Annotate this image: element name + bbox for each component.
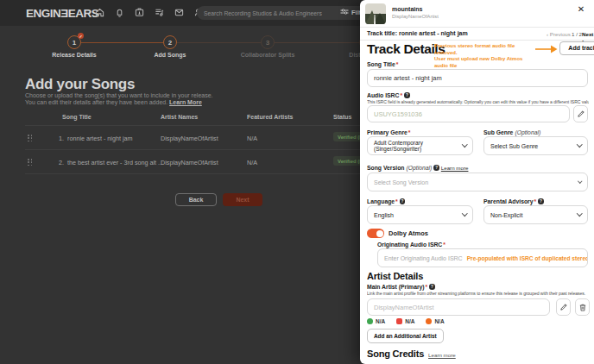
platform-status: N/A	[396, 318, 414, 324]
row-index: 2.	[59, 159, 64, 166]
page-title: Add your Songs	[25, 76, 135, 93]
step-1-number: 1	[73, 39, 76, 47]
dolby-atmos-toggle[interactable]	[367, 229, 384, 238]
back-button[interactable]: Back	[175, 193, 217, 206]
warning-text: Previous stereo format audio file remove…	[434, 43, 538, 69]
help-icon[interactable]: ?	[429, 284, 435, 290]
song-version-learn-more-link[interactable]: Learn more	[441, 165, 469, 171]
spotify-icon	[367, 318, 373, 324]
sub-genre-label: Sub Genre (Optional)	[483, 129, 540, 135]
delete-artist-button[interactable]	[575, 298, 590, 316]
main-artist-label: Main Artist (Primary) ?	[367, 284, 435, 290]
table-divider	[25, 173, 360, 174]
warning-arrow-icon	[535, 45, 558, 53]
page-description-line2: You can edit their details after they ha…	[25, 99, 202, 105]
warning-line2: User must upload new Dolby Atmos audio f…	[434, 56, 538, 69]
track-artwork-title: mountains	[392, 6, 422, 12]
sub-genre-select[interactable]: Select Sub Genre	[483, 136, 588, 155]
step-1-complete-check-icon: ✓	[78, 33, 84, 39]
parental-advisory-select[interactable]: Non-Explicit	[483, 205, 588, 224]
next-button[interactable]: Next	[223, 193, 262, 206]
help-icon[interactable]: ?	[404, 92, 410, 98]
edit-isrc-button[interactable]	[573, 105, 588, 122]
originating-isrc-input[interactable]: Enter Originating Audio ISRC Pre-populat…	[377, 248, 588, 267]
step-3-number: 3	[266, 39, 269, 47]
track-details-modal: mountains DisplayNameOfArtist ✕ Track ti…	[360, 0, 594, 364]
filter-sliders-icon	[340, 8, 349, 17]
language-select[interactable]: English	[367, 205, 473, 224]
modal-divider	[360, 40, 594, 41]
help-icon[interactable]: ?	[538, 198, 544, 204]
dolby-atmos-label: Dolby Atmos	[389, 229, 428, 237]
stepper-connector-2	[177, 42, 261, 43]
table-divider	[25, 125, 360, 126]
audio-isrc-input[interactable]	[367, 105, 570, 122]
col-song-title: Song Title	[62, 114, 92, 120]
table-divider	[25, 149, 360, 150]
add-track-button[interactable]: Add track	[559, 41, 594, 55]
help-icon[interactable]: ?	[433, 165, 439, 171]
language-label: Language ?	[367, 198, 405, 204]
song-title-input[interactable]	[367, 69, 588, 87]
trash-icon	[579, 304, 586, 311]
audio-isrc-help: This ISRC field is already generated aut…	[367, 99, 589, 104]
audio-isrc-label: Audio ISRC ?	[367, 92, 410, 98]
row-featured: N/A	[247, 159, 257, 166]
track-title-text: Track title: ronnie artest - night jam	[367, 30, 468, 36]
chevron-down-icon	[578, 179, 582, 183]
song-version-label: Song Version (Optional) ? Learn more	[367, 165, 468, 171]
primary-genre-select[interactable]: Adult Contemporary (Singer/Songwriter)	[367, 136, 473, 155]
help-icon[interactable]: ?	[400, 198, 406, 204]
notifications-icon[interactable]	[115, 8, 124, 17]
playlist-icon[interactable]	[155, 8, 164, 17]
row-featured: N/A	[247, 135, 257, 142]
drag-handle-icon[interactable]	[28, 159, 33, 166]
step-2-circle[interactable]: 2	[163, 35, 177, 49]
main-artist-helper: Link the main artist profile from other …	[367, 291, 589, 296]
modal-heading: Track Details	[367, 41, 445, 57]
row-song-title: ronnie artest - night jam	[67, 135, 133, 142]
topbar-nav	[95, 8, 205, 17]
pager-previous-button[interactable]: ‹ Previous	[547, 31, 571, 37]
originating-isrc-note: Pre-populated with ISRC of duplicated st…	[467, 255, 588, 261]
row-artist: DisplayNameOfArtist	[161, 135, 218, 142]
engineears-logo[interactable]: ENGINƎEARS	[26, 7, 98, 20]
add-additional-artist-button[interactable]: Add an Additional Artist	[367, 329, 444, 343]
chevron-down-icon	[577, 141, 582, 147]
edit-artist-button[interactable]	[556, 298, 571, 316]
track-artwork-image	[365, 3, 386, 24]
messages-icon[interactable]	[174, 8, 184, 17]
platform-status-row: N/A N/A N/A	[367, 318, 445, 324]
track-artwork-artist: DisplayNameOfArtist	[392, 14, 439, 19]
close-icon[interactable]: ✕	[576, 4, 586, 15]
soundcloud-icon	[426, 318, 432, 324]
drag-handle-icon[interactable]	[28, 135, 33, 141]
chevron-down-icon	[462, 210, 467, 216]
row-song-title: the best artist ever - 3rd song alt ...	[67, 159, 163, 166]
step-3-circle[interactable]: 3	[261, 35, 275, 49]
song-version-select[interactable]: Select Song Version	[367, 173, 588, 191]
page-description-text: You can edit their details after they ha…	[25, 99, 167, 105]
song-credits-learn-more-link[interactable]: Learn more	[428, 352, 456, 358]
learn-more-link[interactable]: Learn More	[169, 99, 202, 105]
pager-position: 1 / 2	[572, 31, 582, 37]
pencil-icon	[578, 110, 585, 117]
warning-line1: Previous stereo format audio file remove…	[434, 43, 538, 56]
parental-advisory-label: Parental Advisory ?	[483, 198, 544, 204]
main-artist-input[interactable]	[367, 298, 550, 316]
originating-isrc-label: Originating Audio ISRC	[377, 242, 446, 248]
platform-status: N/A	[426, 318, 444, 324]
projects-icon[interactable]	[135, 8, 144, 17]
row-index: 1.	[59, 135, 64, 142]
col-status: Status	[333, 114, 351, 120]
platform-status: N/A	[367, 318, 385, 324]
col-featured-artists: Featured Artists	[247, 114, 293, 120]
primary-genre-label: Primary Genre	[367, 129, 411, 135]
step-2-label: Add Songs	[118, 52, 222, 58]
pencil-icon	[560, 304, 567, 311]
chevron-down-icon	[462, 141, 467, 147]
home-icon[interactable]	[95, 8, 104, 17]
chevron-down-icon	[577, 210, 582, 216]
stepper-connector-1	[81, 42, 163, 43]
apple-music-icon	[396, 318, 402, 324]
